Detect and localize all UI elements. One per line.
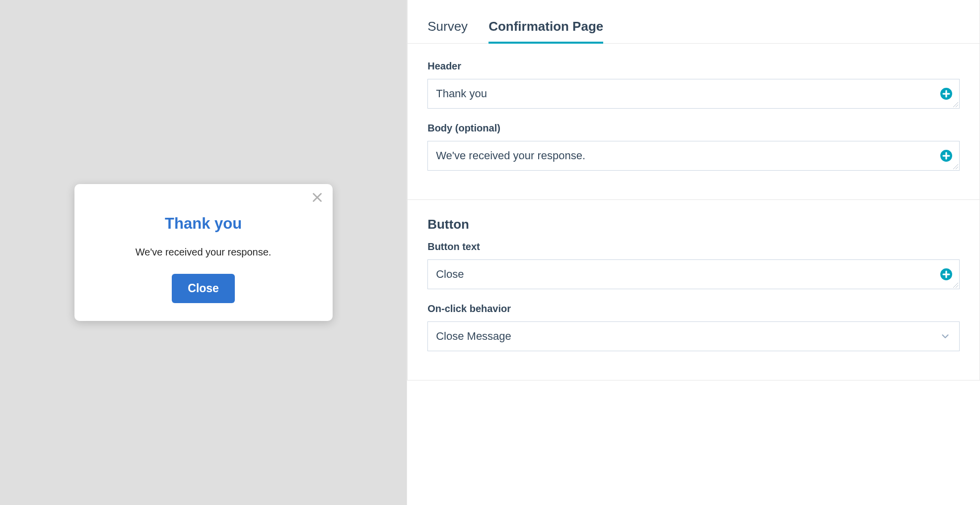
app-root: Thank you We've received your response. …: [0, 0, 980, 505]
tab-survey[interactable]: Survey: [427, 19, 468, 43]
onclick-select-wrap: Close Message: [427, 321, 960, 351]
preview-body: We've received your response.: [86, 247, 321, 258]
section-button: Button Button text: [408, 200, 980, 380]
body-field-wrap: [427, 141, 960, 171]
header-input[interactable]: [427, 79, 960, 109]
plus-circle-icon[interactable]: [940, 87, 953, 100]
preview-header: Thank you: [86, 215, 321, 233]
onclick-select[interactable]: Close Message: [427, 321, 960, 351]
body-label: Body (optional): [427, 123, 960, 134]
button-text-field-wrap: [427, 259, 960, 289]
editor-inner: Survey Confirmation Page Header: [407, 0, 980, 380]
section-content: Header: [408, 44, 980, 199]
tabs: Survey Confirmation Page: [408, 0, 980, 44]
header-label: Header: [427, 61, 960, 72]
preview-panel: Thank you We've received your response. …: [0, 0, 407, 505]
plus-circle-icon[interactable]: [940, 149, 953, 162]
button-section-title: Button: [427, 217, 960, 232]
editor-panel: Survey Confirmation Page Header: [407, 0, 980, 505]
tab-confirmation[interactable]: Confirmation Page: [489, 19, 603, 43]
close-icon[interactable]: [311, 191, 324, 204]
onclick-label: On-click behavior: [427, 303, 960, 315]
body-input[interactable]: [427, 141, 960, 171]
header-field-wrap: [427, 79, 960, 109]
button-text-input[interactable]: [427, 259, 960, 289]
preview-close-button[interactable]: Close: [172, 274, 235, 303]
button-text-label: Button text: [427, 241, 960, 252]
preview-card: Thank you We've received your response. …: [74, 184, 333, 321]
plus-circle-icon[interactable]: [940, 268, 953, 281]
